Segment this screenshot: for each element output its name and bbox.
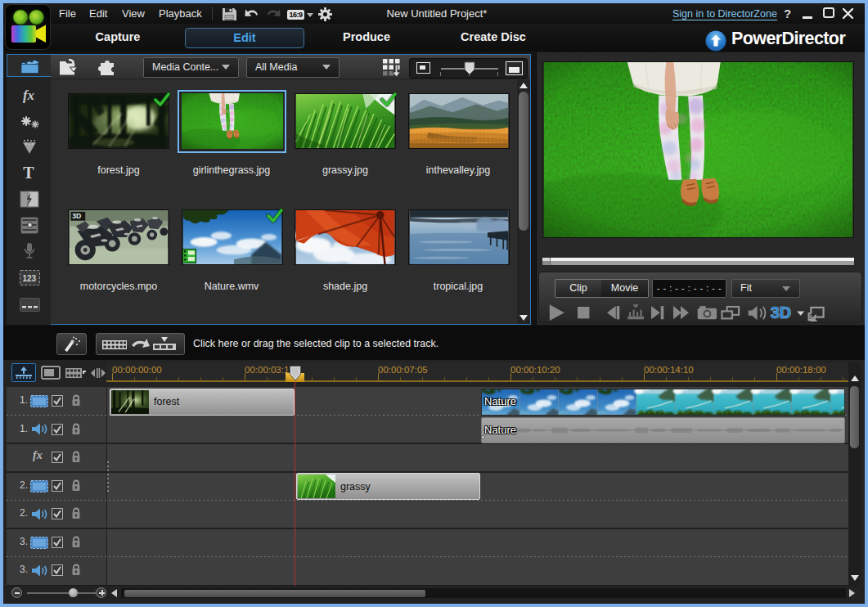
svg-text:3D: 3D <box>771 304 791 321</box>
svg-text:123: 123 <box>23 274 37 283</box>
svg-text:3D: 3D <box>72 212 81 220</box>
